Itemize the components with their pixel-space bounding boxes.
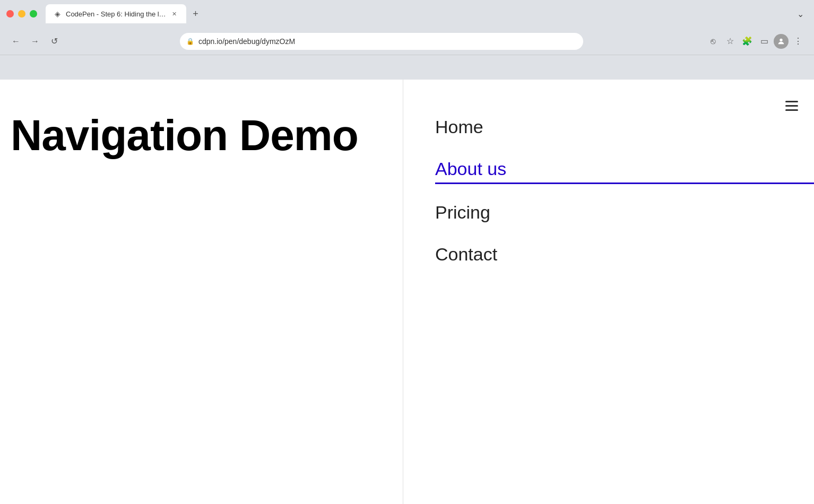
title-bar: ◈ CodePen - Step 6: Hiding the l… ✕ + ⌄	[0, 0, 814, 28]
fullscreen-button[interactable]	[30, 10, 37, 18]
tab-title: CodePen - Step 6: Hiding the l…	[66, 10, 166, 18]
hamburger-line-top	[785, 101, 798, 102]
browser-chrome: ◈ CodePen - Step 6: Hiding the l… ✕ + ⌄ …	[0, 0, 814, 80]
address-bar-actions: ⎋ ☆ 🧩 ▭ ⋮	[706, 34, 806, 49]
lock-icon: 🔒	[186, 38, 194, 45]
nav-item-pricing[interactable]: Pricing	[435, 192, 814, 233]
svg-point-0	[780, 38, 782, 41]
tab-favicon-icon: ◈	[53, 10, 62, 18]
nav-link-contact[interactable]: Contact	[435, 244, 497, 264]
extensions-button[interactable]: 🧩	[740, 34, 755, 49]
hamburger-menu-button[interactable]	[785, 101, 798, 111]
nav-item-about[interactable]: About us	[435, 148, 814, 184]
new-tab-button[interactable]: +	[188, 6, 203, 21]
tab-bar: ◈ CodePen - Step 6: Hiding the l… ✕ +	[46, 4, 789, 23]
profile-button[interactable]	[774, 34, 789, 49]
more-button[interactable]: ⋮	[791, 34, 806, 49]
traffic-lights	[6, 10, 37, 18]
minimize-button[interactable]	[18, 10, 25, 18]
nav-item-home[interactable]: Home	[435, 106, 814, 148]
reload-button[interactable]: ↺	[47, 34, 62, 49]
nav-item-contact[interactable]: Contact	[435, 233, 814, 275]
address-bar-row: ← → ↺ 🔒 cdpn.io/pen/debug/dymzOzM ⎋ ☆ 🧩 …	[0, 28, 814, 55]
close-button[interactable]	[6, 10, 14, 18]
nav-list: Home About us Pricing Contact	[435, 106, 814, 275]
page-content: Navigation Demo Home About us Pricing Co…	[0, 80, 814, 504]
address-text: cdpn.io/pen/debug/dymzOzM	[198, 37, 577, 46]
sidebar-button[interactable]: ▭	[757, 34, 772, 49]
nav-link-home[interactable]: Home	[435, 117, 483, 137]
forward-button[interactable]: →	[28, 34, 42, 49]
page-title: Navigation Demo	[11, 111, 358, 159]
nav-link-pricing[interactable]: Pricing	[435, 202, 490, 222]
share-button[interactable]: ⎋	[706, 34, 721, 49]
address-bar[interactable]: 🔒 cdpn.io/pen/debug/dymzOzM	[180, 33, 583, 50]
active-tab[interactable]: ◈ CodePen - Step 6: Hiding the l… ✕	[46, 4, 186, 23]
left-panel: Navigation Demo	[0, 80, 403, 504]
nav-link-about[interactable]: About us	[435, 159, 506, 179]
right-panel: Home About us Pricing Contact	[403, 80, 814, 504]
hamburger-line-bottom	[785, 109, 798, 111]
back-button[interactable]: ←	[8, 34, 23, 49]
dropdown-icon[interactable]: ⌄	[793, 6, 808, 21]
hamburger-line-middle	[785, 105, 798, 107]
title-bar-right: ⌄	[793, 6, 808, 21]
bookmark-button[interactable]: ☆	[723, 34, 738, 49]
tab-close-button[interactable]: ✕	[170, 10, 179, 18]
